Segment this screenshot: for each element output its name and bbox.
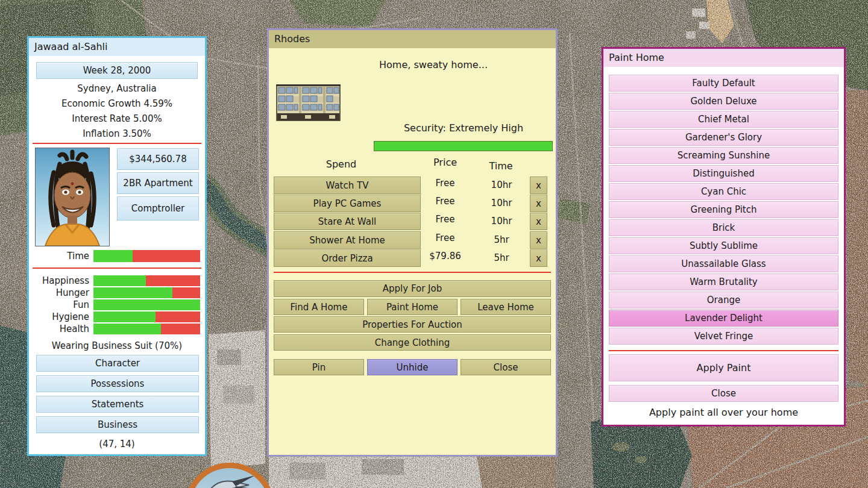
paint-home-button[interactable]: Paint Home <box>367 299 458 315</box>
paint-option[interactable]: Faulty Default <box>609 75 838 92</box>
pin-button[interactable]: Pin <box>274 359 364 375</box>
separator <box>33 143 201 144</box>
paint-option-selected[interactable]: Lavender Delight <box>609 310 838 327</box>
stat-label: Fun <box>29 299 89 310</box>
time-bar <box>93 250 200 262</box>
paint-option[interactable]: Screaming Sunshine <box>609 147 838 164</box>
economic-growth-text: Economic Growth 4.59% <box>29 96 205 111</box>
time-column-header: Time <box>477 160 525 172</box>
health-bar <box>93 324 200 334</box>
change-clothing-button[interactable]: Change Clothing <box>274 334 551 351</box>
paint-option[interactable]: Chief Metal <box>609 111 838 128</box>
character-portrait <box>35 148 110 246</box>
week-button[interactable]: Week 28, 2000 <box>36 62 198 79</box>
time-value: 5hr <box>477 249 526 267</box>
security-label: Security: Extremely High <box>269 120 556 136</box>
paint-option[interactable]: Velvet Fringe <box>609 328 838 345</box>
possessions-button[interactable]: Possessions <box>36 375 199 392</box>
paint-option[interactable]: Subtly Sublime <box>609 237 838 254</box>
watch-tv-button[interactable]: Watch TV <box>274 177 421 194</box>
remove-action-button[interactable]: x <box>530 177 547 194</box>
stat-label: Hunger <box>29 287 89 298</box>
order-pizza-button[interactable]: Order Pizza <box>274 249 421 267</box>
separator <box>274 272 551 273</box>
inflation-text: Inflation 3.50% <box>29 127 205 142</box>
paint-option[interactable]: Golden Deluxe <box>609 93 838 110</box>
close-button[interactable]: Close <box>461 359 551 375</box>
apply-paint-button[interactable]: Apply Paint <box>609 354 838 381</box>
price-column-header: Price <box>420 157 471 168</box>
location-greeting: Home, sweaty home... <box>269 57 556 72</box>
location-panel-title: Rhodes <box>269 30 556 48</box>
separator <box>609 350 838 351</box>
paint-option[interactable]: Unassailable Glass <box>609 255 838 272</box>
remove-action-button[interactable]: x <box>530 231 547 249</box>
paint-panel: Paint Home Faulty Default Golden Deluxe … <box>602 47 846 427</box>
player-panel-title: Jawaad al-Sahli <box>29 38 205 56</box>
business-button[interactable]: Business <box>36 416 199 433</box>
properties-for-auction-button[interactable]: Properties For Auction <box>274 316 551 333</box>
paint-option[interactable]: Cyan Chic <box>609 183 838 200</box>
bird-icon <box>190 468 269 488</box>
character-button[interactable]: Character <box>36 355 199 372</box>
map-coordinates: (47, 14) <box>29 437 205 452</box>
clothing-status: Wearing Business Suit (70%) <box>29 339 205 352</box>
remove-action-button[interactable]: x <box>530 195 547 212</box>
paint-option[interactable]: Greening Pitch <box>609 201 838 218</box>
security-bar <box>374 141 553 151</box>
location-panel: Rhodes Home, sweaty home... <box>267 28 558 457</box>
price-value: $79.86 <box>420 248 471 265</box>
play-pc-games-button[interactable]: Play PC Games <box>274 195 421 212</box>
stat-label: Happiness <box>29 275 89 286</box>
paint-option[interactable]: Gardener's Glory <box>609 129 838 146</box>
comptroller-button[interactable]: Comptroller <box>117 196 199 221</box>
hunger-bar <box>93 287 200 298</box>
fun-bar <box>93 299 200 310</box>
hygiene-bar <box>93 311 200 322</box>
remove-action-button[interactable]: x <box>530 213 547 230</box>
happiness-bar <box>93 275 200 286</box>
price-value: Free <box>420 193 471 210</box>
paint-hint-text: Apply paint all over your home <box>603 407 844 418</box>
stare-at-wall-button[interactable]: Stare At Wall <box>274 213 421 230</box>
apply-for-job-button[interactable]: Apply For Job <box>274 280 551 297</box>
paint-option[interactable]: Distinguished <box>609 165 838 182</box>
leave-home-button[interactable]: Leave Home <box>461 299 551 315</box>
statements-button[interactable]: Statements <box>36 396 199 413</box>
price-value: Free <box>420 230 471 247</box>
price-value: Free <box>420 211 471 228</box>
shower-at-home-button[interactable]: Shower At Home <box>274 231 421 249</box>
location-text: Sydney, Australia <box>29 81 205 96</box>
home-button[interactable]: 2BR Apartment <box>117 172 199 194</box>
paint-option[interactable]: Brick <box>609 219 838 236</box>
stat-label: Hygiene <box>29 311 89 322</box>
player-panel: Jawaad al-Sahli Week 28, 2000 Sydney, Au… <box>27 36 207 456</box>
interest-rate-text: Interest Rate 5.00% <box>29 111 205 127</box>
paint-panel-title: Paint Home <box>603 49 844 67</box>
remove-action-button[interactable]: x <box>530 249 547 267</box>
price-value: Free <box>420 175 471 192</box>
time-value: 10hr <box>477 177 526 194</box>
time-label: Time <box>29 251 89 261</box>
paint-option[interactable]: Warm Brutality <box>609 274 838 290</box>
money-button[interactable]: $344,560.78 <box>117 148 199 170</box>
stat-label: Health <box>29 324 89 334</box>
apartment-building-image <box>276 82 341 127</box>
map-emblem <box>184 463 276 488</box>
time-value: 10hr <box>477 213 526 230</box>
separator <box>33 267 201 269</box>
emblem-ring <box>184 463 275 488</box>
spend-column-header: Spend <box>293 158 389 170</box>
time-value: 5hr <box>477 231 526 249</box>
find-a-home-button[interactable]: Find A Home <box>274 299 364 315</box>
time-value: 10hr <box>477 195 526 212</box>
paint-close-button[interactable]: Close <box>609 385 838 402</box>
unhide-button[interactable]: Unhide <box>367 359 458 375</box>
paint-option[interactable]: Orange <box>609 292 838 308</box>
